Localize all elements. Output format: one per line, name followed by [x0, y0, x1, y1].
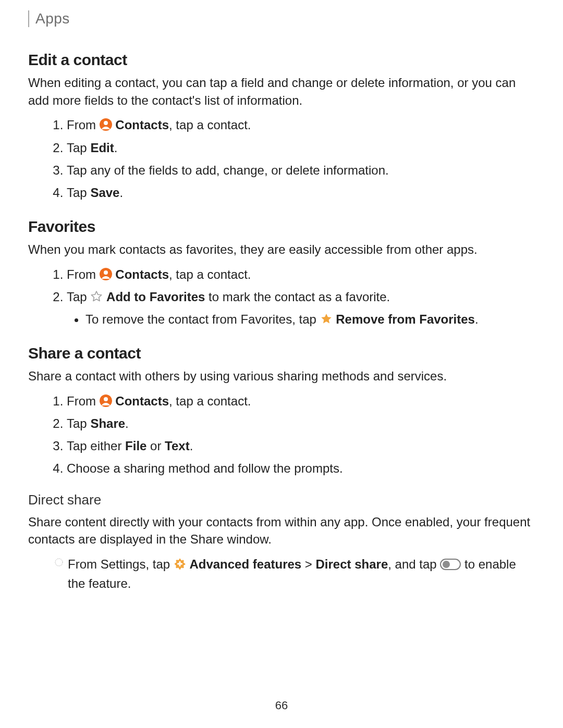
list-item: Choose a sharing method and follow the p… [67, 459, 535, 478]
paragraph: When you mark contacts as favorites, the… [28, 241, 535, 258]
contacts-icon [100, 394, 112, 407]
list-item: Tap Save. [67, 183, 535, 202]
list-item: From Contacts, tap a contact. [67, 115, 535, 134]
star-filled-icon [320, 313, 333, 325]
list-item: From Contacts, tap a contact. [67, 265, 535, 284]
ordered-list: From Contacts, tap a contact. Tap Share.… [28, 391, 535, 478]
page-number: 66 [0, 699, 563, 712]
unordered-list: From Settings, tap Advanced features > D… [28, 554, 535, 593]
svg-rect-8 [177, 563, 182, 564]
ordered-list: From Contacts, tap a contact. Tap Add to… [28, 265, 535, 329]
paragraph: Share content directly with your contact… [28, 513, 535, 548]
contacts-icon [100, 118, 112, 131]
svg-point-3 [104, 270, 108, 275]
heading-edit-a-contact: Edit a contact [28, 51, 535, 69]
svg-point-10 [443, 561, 450, 568]
paragraph: Share a contact with others by using var… [28, 367, 535, 385]
list-item: Tap Add to Favorites to mark the contact… [67, 287, 535, 329]
paragraph: When editing a contact, you can tap a fi… [28, 74, 535, 109]
heading-favorites: Favorites [28, 218, 535, 236]
list-item: Tap Share. [67, 414, 535, 433]
svg-point-1 [104, 121, 108, 125]
sub-list: To remove the contact from Favorites, ta… [67, 310, 535, 329]
list-item: To remove the contact from Favorites, ta… [85, 310, 535, 329]
contacts-icon [100, 268, 112, 280]
document-page: Apps Edit a contact When editing a conta… [0, 0, 563, 728]
list-item: From Contacts, tap a contact. [67, 391, 535, 411]
svg-point-5 [104, 397, 108, 401]
star-outline-icon [90, 290, 103, 303]
list-item: From Settings, tap Advanced features > D… [54, 554, 535, 593]
list-item: Tap either File or Text. [67, 436, 535, 455]
heading-share-a-contact: Share a contact [28, 344, 535, 362]
list-item: Tap Edit. [67, 138, 535, 157]
ordered-list: From Contacts, tap a contact. Tap Edit. … [28, 115, 535, 202]
svg-point-6 [55, 559, 63, 566]
advanced-features-icon [174, 558, 186, 570]
list-item: Tap any of the fields to add, change, or… [67, 161, 535, 180]
heading-direct-share: Direct share [28, 492, 535, 508]
ring-bullet-icon [54, 558, 64, 567]
toggle-off-icon [440, 559, 461, 570]
breadcrumb: Apps [28, 10, 535, 27]
